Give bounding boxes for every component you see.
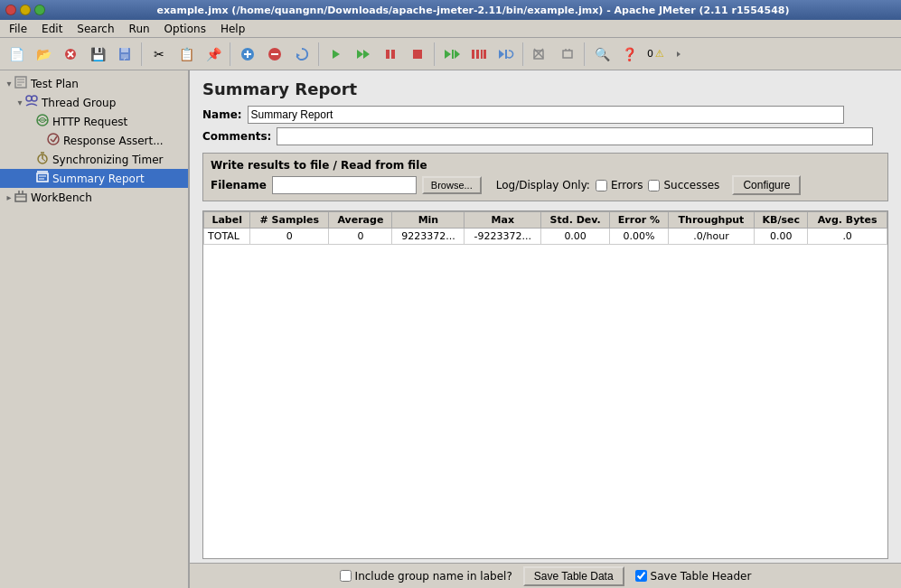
svg-text:✓: ✓ bbox=[123, 56, 127, 61]
maximize-window-button[interactable] bbox=[34, 5, 45, 15]
extra-button[interactable] bbox=[666, 42, 691, 67]
tree-expand-icon: ▾ bbox=[4, 79, 14, 89]
svg-marker-34 bbox=[677, 51, 680, 57]
errors-checkbox-group: Errors bbox=[596, 179, 643, 191]
remote-reset-button[interactable] bbox=[493, 42, 519, 67]
bottom-bar: Include group name in label? Save Table … bbox=[190, 563, 901, 588]
errors-checkbox[interactable] bbox=[596, 180, 607, 191]
window-title: example.jmx (/home/quangnn/Downloads/apa… bbox=[51, 5, 896, 16]
search-toolbar-button[interactable]: 🔍 bbox=[589, 42, 615, 67]
menu-edit[interactable]: Edit bbox=[34, 21, 70, 37]
thread-group-icon bbox=[25, 95, 38, 110]
menu-options[interactable]: Options bbox=[157, 21, 213, 37]
run-no-pause-button[interactable] bbox=[351, 42, 376, 67]
name-input[interactable] bbox=[248, 106, 844, 124]
remote-stop-button[interactable] bbox=[466, 42, 492, 67]
response-assert-label: Response Assert... bbox=[63, 135, 164, 147]
col-min: Min bbox=[392, 212, 465, 229]
workbench-label: WorkBench bbox=[31, 191, 92, 204]
sidebar-item-test-plan[interactable]: ▾ Test Plan bbox=[0, 74, 188, 93]
cut-button[interactable]: ✂ bbox=[146, 42, 172, 67]
new-button[interactable]: 📄 bbox=[4, 42, 29, 67]
svg-rect-23 bbox=[476, 50, 479, 59]
comments-input[interactable] bbox=[277, 127, 873, 145]
comments-row: Comments: bbox=[190, 126, 901, 147]
save-as-button[interactable]: ✓ bbox=[112, 42, 137, 67]
successes-checkbox[interactable] bbox=[648, 180, 660, 191]
open-button[interactable]: 📂 bbox=[31, 42, 56, 67]
sidebar-item-thread-group[interactable]: ▾ Thread Group bbox=[0, 93, 188, 112]
toolbar-separator-6 bbox=[584, 42, 586, 66]
cell-errorpct: 0.00% bbox=[610, 229, 669, 245]
run-button[interactable] bbox=[324, 42, 349, 67]
menu-run[interactable]: Run bbox=[122, 21, 157, 37]
svg-rect-22 bbox=[472, 50, 474, 59]
sync-timer-label: Synchronizing Timer bbox=[52, 154, 163, 166]
remove-button[interactable] bbox=[262, 42, 287, 67]
file-row: Filename Browse... Log/Display Only: Err… bbox=[211, 175, 880, 195]
sync-timer-icon bbox=[36, 152, 49, 167]
title-bar: example.jmx (/home/quangnn/Downloads/apa… bbox=[0, 0, 901, 20]
filename-input[interactable] bbox=[272, 176, 417, 194]
include-group-label: Include group name in label? bbox=[355, 570, 512, 583]
errors-label: Errors bbox=[611, 179, 643, 191]
col-errorpct: Error % bbox=[610, 212, 669, 229]
copy-button[interactable]: 📋 bbox=[174, 42, 199, 67]
summary-report-icon bbox=[36, 171, 49, 186]
cell-stddev: 0.00 bbox=[541, 229, 610, 245]
svg-rect-31 bbox=[563, 51, 572, 58]
sidebar-item-summary-report[interactable]: Summary Report bbox=[0, 169, 188, 188]
window-controls[interactable] bbox=[5, 5, 45, 15]
data-table-container: Label # Samples Average Min Max Std. Dev… bbox=[202, 210, 888, 559]
cell-average: 0 bbox=[329, 229, 392, 245]
sidebar-item-sync-timer[interactable]: Synchronizing Timer bbox=[0, 150, 188, 169]
help-toolbar-button[interactable]: ❓ bbox=[616, 42, 642, 67]
menu-bar: File Edit Search Run Options Help bbox=[0, 20, 901, 38]
tree-expand-icon-3: ▸ bbox=[4, 192, 14, 202]
cell-label: TOTAL bbox=[204, 229, 250, 245]
log-display-label: Log/Display Only: bbox=[496, 179, 590, 191]
close-window-button[interactable] bbox=[5, 5, 16, 15]
configure-button[interactable]: Configure bbox=[732, 175, 801, 195]
comments-label: Comments: bbox=[202, 130, 271, 143]
thread-group-label: Thread Group bbox=[42, 97, 116, 109]
browse-button[interactable]: Browse... bbox=[422, 176, 482, 194]
clear-all-button[interactable] bbox=[528, 42, 553, 67]
stop-now-button[interactable] bbox=[405, 42, 430, 67]
minimize-window-button[interactable] bbox=[20, 5, 31, 15]
sidebar-item-response-assert[interactable]: Response Assert... bbox=[0, 131, 188, 150]
cell-samples: 0 bbox=[250, 229, 329, 245]
add-button[interactable] bbox=[235, 42, 260, 67]
http-request-label: HTTP Request bbox=[52, 116, 127, 128]
cell-kbsec: 0.00 bbox=[755, 229, 808, 245]
toolbar-separator-4 bbox=[434, 42, 436, 66]
menu-help[interactable]: Help bbox=[213, 21, 252, 37]
file-section-title: Write results to file / Read from file bbox=[211, 159, 880, 172]
svg-rect-28 bbox=[534, 51, 543, 59]
svg-rect-25 bbox=[483, 50, 486, 59]
col-stddev: Std. Dev. bbox=[541, 212, 610, 229]
cell-min: 9223372... bbox=[392, 229, 465, 245]
save-header-checkbox[interactable] bbox=[635, 570, 647, 582]
paste-button[interactable]: 📌 bbox=[201, 42, 226, 67]
col-average: Average bbox=[329, 212, 392, 229]
menu-search[interactable]: Search bbox=[70, 21, 121, 37]
col-label: Label bbox=[204, 212, 250, 229]
toolbar-separator-5 bbox=[522, 42, 524, 66]
svg-marker-21 bbox=[455, 50, 460, 59]
menu-file[interactable]: File bbox=[2, 21, 34, 37]
sidebar-item-workbench[interactable]: ▸ WorkBench bbox=[0, 188, 188, 207]
table-row: TOTAL 0 0 9223372... -9223372... 0.00 0.… bbox=[204, 229, 887, 245]
svg-marker-14 bbox=[357, 50, 363, 59]
include-group-checkbox[interactable] bbox=[340, 570, 352, 582]
stop-button[interactable] bbox=[378, 42, 403, 67]
save-button[interactable]: 💾 bbox=[85, 42, 110, 67]
sidebar-item-http-request[interactable]: HTTP Request bbox=[0, 112, 188, 131]
svg-line-45 bbox=[53, 136, 57, 142]
remote-start-button[interactable] bbox=[439, 42, 465, 67]
clear-button[interactable] bbox=[555, 42, 580, 67]
reset-button[interactable] bbox=[289, 42, 314, 67]
save-table-data-button[interactable]: Save Table Data bbox=[523, 566, 624, 586]
close-button[interactable] bbox=[58, 42, 83, 67]
http-request-icon bbox=[36, 114, 49, 129]
